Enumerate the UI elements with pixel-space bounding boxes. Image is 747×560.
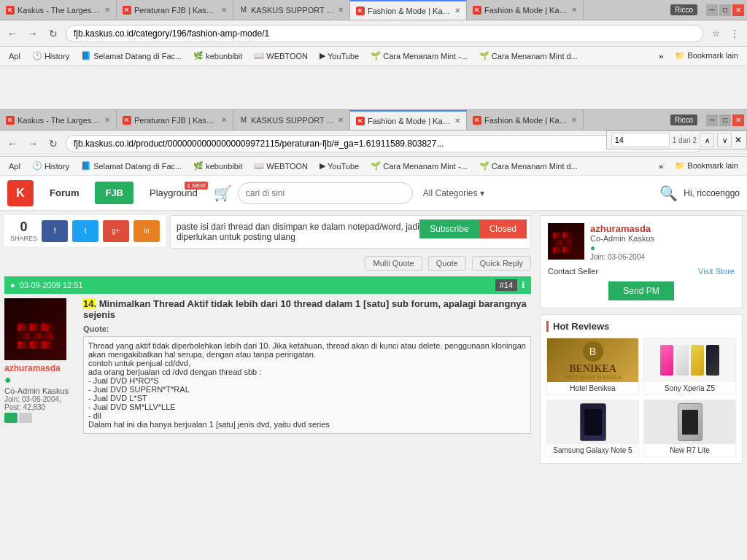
refresh-btn-1[interactable]: ↻ xyxy=(45,26,61,42)
bookmark-history-1[interactable]: 🕐History xyxy=(28,50,74,62)
user-badge-1: Ricco xyxy=(670,4,697,15)
bookmark-mint1-1[interactable]: 🌱Cara Menanam Mint -... xyxy=(366,50,472,62)
minimize-btn-1[interactable]: ─ xyxy=(706,4,718,16)
bookmark-star-1[interactable]: ☆ xyxy=(708,26,724,42)
address-bar-1: ← → ↻ ☆ ⋮ xyxy=(0,20,747,47)
tab-title-4: Fashion & Mode | Kask... xyxy=(368,7,452,15)
bookmark-yt-1[interactable]: ▶YouTube xyxy=(315,50,363,62)
forward-btn-1[interactable]: → xyxy=(25,26,41,42)
menu-btn-1[interactable]: ⋮ xyxy=(727,26,743,42)
maximize-btn-1[interactable]: □ xyxy=(719,4,731,16)
bookmark-more-1[interactable]: » xyxy=(654,50,667,62)
browser-window-1: K Kaskus - The Largest I... ✕ K Peratura… xyxy=(0,0,747,66)
bookmark-bar-1: Apl 🕐History 📘Selamat Datang di Fac... 🌿… xyxy=(0,47,747,66)
close-btn-1[interactable]: ✕ xyxy=(732,4,744,16)
tab-title-3: KASKUS SUPPORT [VN... xyxy=(251,6,335,15)
tab-close-1[interactable]: ✕ xyxy=(104,6,110,14)
browser-tab-1[interactable]: K Kaskus - The Largest I... ✕ xyxy=(0,0,117,20)
browser-tab-4-active[interactable]: K Fashion & Mode | Kask... ✕ xyxy=(350,0,467,20)
bookmark-webtoon-1[interactable]: 📖WEBTOON xyxy=(249,50,312,62)
bookmark-apl-1[interactable]: Apl xyxy=(4,50,25,62)
browser-tab-3[interactable]: M KASKUS SUPPORT [VN... ✕ xyxy=(233,0,350,20)
bookmark-mint2-1[interactable]: 🌱Cara Menanam Mint d... xyxy=(475,50,582,62)
bookmark-fb-1[interactable]: 📘Selamat Datang di Fac... xyxy=(77,50,186,62)
gmail-favicon-3: M xyxy=(239,6,248,15)
kaskus-favicon-2: K xyxy=(123,6,131,15)
browser-tab-2[interactable]: K Peraturan FJB | Kaskus... ✕ xyxy=(117,0,233,20)
back-btn-1[interactable]: ← xyxy=(4,26,20,42)
address-icons-1: ☆ ⋮ xyxy=(708,26,743,42)
tab-close-5[interactable]: ✕ xyxy=(571,6,577,14)
kaskus-favicon-5: K xyxy=(473,6,481,15)
tab-close-3[interactable]: ✕ xyxy=(338,6,344,14)
bookmark-folder-1[interactable]: 📁 Bookmark lain xyxy=(670,50,743,62)
bookmark-kebun-1[interactable]: 🌿kebunbibit xyxy=(189,50,247,62)
tab-close-2[interactable]: ✕ xyxy=(221,6,227,14)
window-controls-1: ─ □ ✕ xyxy=(703,0,747,20)
tab-title-5: Fashion & Mode | Kask... xyxy=(484,6,568,15)
browser-tab-5[interactable]: K Fashion & Mode | Kask... ✕ xyxy=(467,0,584,20)
tab-bar-1: K Kaskus - The Largest I... ✕ K Peratura… xyxy=(0,0,747,20)
address-input-1[interactable] xyxy=(66,25,703,42)
tab-title-1: Kaskus - The Largest I... xyxy=(18,6,101,15)
kaskus-favicon-4: K xyxy=(356,7,365,15)
tab-title-2: Peraturan FJB | Kaskus... xyxy=(134,6,218,15)
kaskus-favicon-1: K xyxy=(6,6,15,15)
tab-close-4[interactable]: ✕ xyxy=(454,7,460,15)
